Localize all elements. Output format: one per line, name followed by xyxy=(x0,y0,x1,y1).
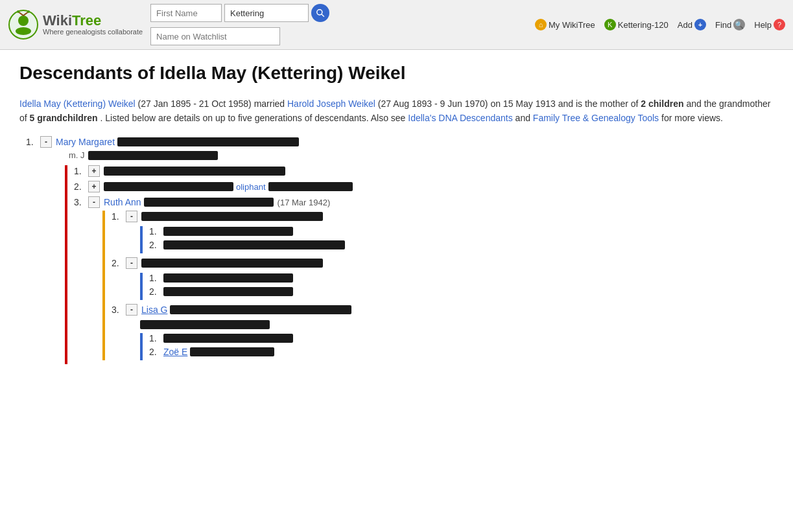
redacted-text xyxy=(117,137,299,146)
list-item: 2. xyxy=(149,240,774,250)
nav-help[interactable]: Help ? xyxy=(754,19,785,30)
logo-tree-text: Tree xyxy=(72,12,101,29)
page-title: Descendants of Idella May (Kettering) We… xyxy=(19,63,774,84)
person-link-lisa[interactable]: Lisa G xyxy=(141,305,167,315)
expand-button[interactable]: + xyxy=(88,165,100,177)
nav-mywikitree[interactable]: ⌂ My WikiTree xyxy=(535,19,595,30)
item-number: 1. xyxy=(149,333,163,343)
subject-link[interactable]: Idella May (Kettering) Weikel xyxy=(19,98,138,109)
list-item: 1. - Mary Margaret xyxy=(26,136,774,148)
list-item: 1. + xyxy=(74,165,774,177)
watchlist-input[interactable] xyxy=(150,27,280,45)
redacted-text xyxy=(190,347,274,356)
user-icon: K xyxy=(604,19,616,30)
redacted-text xyxy=(144,198,274,207)
sub-children-block: 1. 2. xyxy=(149,273,774,300)
generation-container: 1. 2. xyxy=(140,273,774,300)
person-link-ruth[interactable]: Ruth Ann xyxy=(104,197,141,207)
list-item: 1. xyxy=(149,226,774,237)
logo-wiki-text: Wiki xyxy=(43,12,72,29)
list-item: 1. - xyxy=(112,211,774,222)
redacted-text xyxy=(141,259,323,268)
help-icon: ? xyxy=(774,19,785,30)
spouse-name: Harold Joseph Weikel xyxy=(287,98,375,109)
redacted-text xyxy=(104,182,233,191)
descendants-tree: 1. - Mary Margaret m. J 1. + xyxy=(19,136,774,364)
search-icon xyxy=(316,8,325,17)
nav-add[interactable]: Add + xyxy=(678,19,706,30)
item-number: 2. xyxy=(149,240,163,250)
list-item: 3. - Lisa G xyxy=(112,304,774,316)
list-item: 3. - Ruth Ann (17 Mar 1942) xyxy=(74,196,774,208)
item-number: 1. xyxy=(149,226,163,237)
svg-point-2 xyxy=(16,27,31,35)
nav-find[interactable]: Find 🔍 xyxy=(715,19,745,30)
marriage-line: m. J xyxy=(69,150,774,161)
item-number: 3. xyxy=(112,305,126,315)
redacted-text xyxy=(163,240,345,249)
search-first-input[interactable] xyxy=(150,4,222,22)
collapse-button[interactable]: - xyxy=(88,196,100,208)
search-container xyxy=(150,4,329,45)
item-number: 1. xyxy=(26,137,40,147)
generation-container: 1. 2. Zoë E xyxy=(140,333,774,360)
collapse-button[interactable]: - xyxy=(126,257,137,269)
svg-point-7 xyxy=(317,10,322,15)
add-icon: + xyxy=(694,19,706,30)
ruth-children-block: 1. - 1. xyxy=(112,211,774,360)
redacted-text xyxy=(104,167,285,176)
find-icon: 🔍 xyxy=(733,19,745,30)
search-area xyxy=(150,4,329,22)
item-number: 2. xyxy=(149,286,163,297)
item-number: 2. xyxy=(112,258,126,268)
gen-bar-blue xyxy=(140,333,143,360)
collapse-button[interactable]: - xyxy=(40,136,52,148)
tools-link[interactable]: Family Tree & Genealogy Tools xyxy=(533,113,661,123)
item-number: 1. xyxy=(74,166,88,176)
search-button[interactable] xyxy=(311,4,329,22)
nav-kettering[interactable]: K Kettering-120 xyxy=(604,19,669,30)
collapse-button[interactable]: - xyxy=(126,211,137,222)
redacted-text xyxy=(170,305,351,314)
nav-mywikitree-label: My WikiTree xyxy=(549,20,595,30)
redacted-text xyxy=(140,320,270,329)
lisa-marriage-line xyxy=(140,318,774,329)
redacted-text xyxy=(88,151,218,160)
list-item: 1. xyxy=(149,273,774,283)
item-number: 1. xyxy=(149,273,163,283)
person-link-mary[interactable]: Mary Margaret xyxy=(56,137,115,147)
svg-line-8 xyxy=(322,14,324,17)
gen-bar-blue xyxy=(140,226,143,253)
gen-bar-orange xyxy=(102,211,105,360)
dna-link[interactable]: Idella's DNA Descendants xyxy=(408,113,515,123)
collapse-button[interactable]: - xyxy=(126,304,137,316)
nav-kettering-label: Kettering-120 xyxy=(618,20,669,30)
expand-button[interactable]: + xyxy=(88,181,100,192)
logo-name: WikiTree xyxy=(43,14,143,28)
redacted-text xyxy=(268,182,353,191)
item-number: 1. xyxy=(112,211,126,222)
spouse-link[interactable]: Harold Joseph Weikel xyxy=(287,98,378,109)
nav-right: ⌂ My WikiTree K Kettering-120 Add + Find… xyxy=(535,19,785,30)
redacted-text xyxy=(163,227,293,236)
svg-point-6 xyxy=(27,10,30,13)
person-link-zoe[interactable]: Zoë E xyxy=(163,347,187,357)
search-last-input[interactable] xyxy=(224,4,309,22)
redacted-text xyxy=(141,212,323,221)
generation-container: 1. + 2. + oliphant 3. - Ruth xyxy=(65,165,774,364)
redacted-text xyxy=(163,287,293,296)
children-block: 1. + 2. + oliphant 3. - Ruth xyxy=(74,165,774,364)
intro-paragraph: Idella May (Kettering) Weikel (27 Jan 18… xyxy=(19,97,774,126)
list-item: 2. + oliphant xyxy=(74,181,774,192)
header: WikiTree Where genealogists collaborate … xyxy=(0,0,793,50)
item-number: 2. xyxy=(74,181,88,192)
list-item: 2. Zoë E xyxy=(149,347,774,357)
sub-children-block: 1. 2. Zoë E xyxy=(149,333,774,360)
list-item: 2. - xyxy=(112,257,774,269)
list-item: 1. xyxy=(149,333,774,343)
item-number: 2. xyxy=(149,347,163,357)
home-icon: ⌂ xyxy=(535,19,547,30)
gen-bar-red xyxy=(65,165,67,364)
wikitree-logo-icon xyxy=(8,9,39,40)
redacted-text xyxy=(163,273,293,283)
